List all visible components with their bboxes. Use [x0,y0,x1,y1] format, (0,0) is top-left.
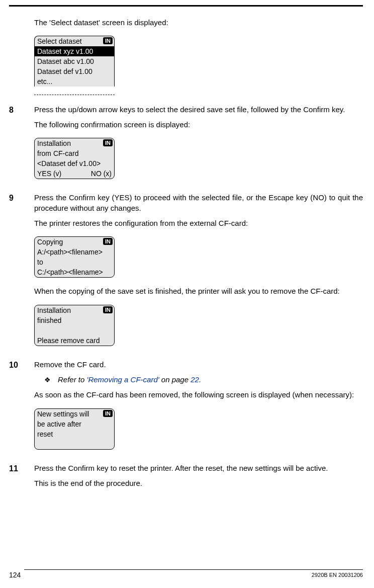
step9-p1: Press the Confirm key (YES) to proceed w… [34,193,363,213]
lcd-badge: IN [103,238,113,245]
lcd-install-finished: IN Installation finished Please remove c… [34,305,115,346]
step10-p2: As soon as the CF-card has been removed,… [34,390,363,400]
step-number: 10 [9,360,34,458]
step11-p2: This is the end of the procedure. [34,478,363,488]
lcd-line: Copying [35,237,114,247]
lcd-line: Installation [35,305,114,315]
step11-p1: Press the Confirm key to reset the print… [34,463,363,473]
diamond-icon: ❖ [44,375,51,385]
crossref-prefix: Refer to [58,375,87,384]
lcd-line: A:/<path><filename> [35,247,114,257]
step-9: 9 Press the Confirm key (YES) to proceed… [9,193,363,355]
step-body: Press the Confirm key (YES) to proceed w… [34,193,363,355]
step-body: Press the Confirm key to reset the print… [34,463,363,494]
crossref-link[interactable]: 'Removing a CF-card' [87,375,159,384]
crossref-text: Refer to 'Removing a CF-card' on page 22… [58,375,201,385]
top-rule [9,5,363,7]
footer-rule [24,569,363,570]
lcd-line: Dataset abc v1.00 [35,56,114,66]
lcd-line [35,439,114,449]
lcd-line: C:/<path><filename> [35,267,114,277]
lcd-line: Select dataset [35,36,114,46]
step-11: 11 Press the Confirm key to reset the pr… [9,463,363,494]
lcd-line-selected: Dataset xyz v1.00 [35,46,114,56]
crossref-suffix: . [199,375,201,384]
lcd-line-yesno: YES (v) NO (x) [35,169,114,179]
step-10: 10 Remove the CF card. ❖ Refer to 'Remov… [9,360,363,458]
intro-text: The 'Select dataset' screen is displayed… [34,18,363,28]
lcd-line: etc... [35,76,114,87]
lcd-line: Dataset def v1.00 [35,66,114,76]
lcd-line: to [35,257,114,267]
lcd-badge: IN [103,306,113,313]
footer-rule-wrap [24,569,363,572]
lcd-line: New settings will [35,409,114,419]
lcd-new-settings: IN New settings will be active after res… [34,408,115,450]
lcd-line: Installation [35,138,114,148]
lcd-yes: YES (v) [37,169,61,179]
lcd-line [35,325,114,335]
step10-p1: Remove the CF card. [34,360,363,370]
step-body: Remove the CF card. ❖ Refer to 'Removing… [34,360,363,458]
after9-text: When the copying of the save set is fini… [34,286,363,296]
page: The 'Select dataset' screen is displayed… [0,0,374,588]
step8-p1: Press the up/down arrow keys to select t… [34,105,363,115]
lcd-line: finished [35,315,114,325]
step-number: 9 [9,193,34,355]
lcd-no: NO (x) [91,169,112,179]
lcd-copying: IN Copying A:/<path><filename> to C:/<pa… [34,236,115,278]
lcd-line: <Dataset def v1.00> [35,158,114,169]
lcd-select-dataset: IN Select dataset Dataset xyz v1.00 Data… [34,36,115,87]
crossref-mid: on page [159,375,191,384]
crossref-page[interactable]: 22 [191,375,199,384]
step-number: 11 [9,463,34,494]
step-8: 8 Press the up/down arrow keys to select… [9,105,363,188]
step-number: 8 [9,105,34,188]
step8-p2: The following confirmation screen is dis… [34,120,363,130]
lcd-line: be active after [35,419,114,429]
step-body: Press the up/down arrow keys to select t… [34,105,363,188]
lcd-line: Please remove card [35,335,114,346]
page-number: 124 [9,570,21,580]
lcd-install-confirm: IN Installation from CF-card <Dataset de… [34,138,115,179]
lcd-line: reset [35,429,114,439]
intro-block: The 'Select dataset' screen is displayed… [34,18,363,96]
lcd-dashed-edge [34,95,115,96]
step9-p2: The printer restores the configuration f… [34,218,363,228]
cross-reference: ❖ Refer to 'Removing a CF-card' on page … [44,375,363,385]
lcd-badge: IN [103,37,113,44]
lcd-line: from CF-card [35,148,114,158]
document-number: 2920B EN 20031206 [312,571,363,579]
lcd-badge: IN [103,410,113,417]
lcd-badge: IN [103,139,113,146]
